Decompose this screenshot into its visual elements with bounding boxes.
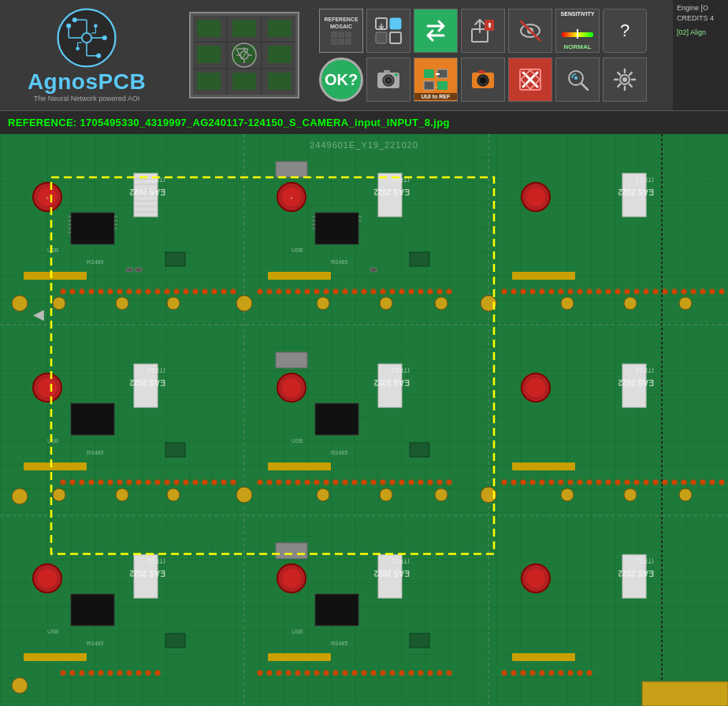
svg-text:RS485: RS485 bbox=[331, 259, 348, 265]
svg-point-284 bbox=[136, 480, 142, 485]
svg-point-336 bbox=[691, 480, 696, 485]
svg-point-200 bbox=[679, 297, 692, 310]
svg-point-297 bbox=[277, 480, 282, 485]
svg-rect-146 bbox=[315, 403, 358, 435]
svg-point-317 bbox=[511, 480, 517, 485]
svg-point-330 bbox=[634, 480, 640, 485]
svg-text:→: → bbox=[433, 84, 438, 89]
svg-rect-59 bbox=[472, 72, 494, 88]
svg-point-364 bbox=[381, 671, 386, 676]
app-name: AgnosPCB bbox=[28, 69, 146, 95]
svg-point-232 bbox=[267, 289, 273, 295]
help-button[interactable]: ? bbox=[603, 9, 647, 53]
svg-point-355 bbox=[295, 671, 301, 676]
reference-mosaic-box[interactable] bbox=[189, 12, 299, 98]
svg-point-227 bbox=[202, 289, 208, 295]
svg-point-219 bbox=[127, 289, 132, 295]
svg-point-308 bbox=[381, 480, 386, 485]
reference-mosaic-button[interactable]: REFERENCE MOSAIC bbox=[319, 9, 363, 53]
svg-rect-46 bbox=[562, 32, 593, 37]
svg-point-340 bbox=[61, 671, 66, 676]
svg-point-207 bbox=[435, 489, 448, 501]
svg-point-231 bbox=[258, 289, 263, 295]
svg-point-206 bbox=[380, 489, 392, 501]
eye-off-button[interactable] bbox=[508, 9, 552, 53]
camera2-button[interactable] bbox=[461, 58, 505, 102]
svg-point-235 bbox=[295, 289, 301, 295]
svg-point-381 bbox=[587, 671, 592, 676]
export-icon: ⬆ bbox=[469, 17, 497, 45]
svg-rect-41 bbox=[485, 20, 494, 31]
svg-point-44 bbox=[527, 28, 533, 34]
svg-rect-172 bbox=[276, 543, 307, 559]
ok-button[interactable]: OK? bbox=[319, 58, 363, 102]
svg-point-248 bbox=[418, 289, 424, 295]
settings-button[interactable] bbox=[603, 58, 647, 102]
svg-point-291 bbox=[202, 480, 208, 485]
export-button[interactable]: ⬆ bbox=[461, 9, 505, 53]
svg-point-245 bbox=[390, 289, 396, 295]
svg-point-289 bbox=[184, 480, 189, 485]
svg-point-319 bbox=[530, 480, 536, 485]
svg-point-215 bbox=[89, 289, 95, 295]
svg-point-268 bbox=[653, 289, 659, 295]
reject-button[interactable] bbox=[508, 58, 552, 102]
svg-point-276 bbox=[61, 480, 66, 485]
svg-rect-82 bbox=[71, 213, 114, 244]
svg-point-351 bbox=[258, 671, 263, 676]
svg-text:EAS 2022: EAS 2022 bbox=[373, 188, 410, 196]
svg-point-309 bbox=[390, 480, 396, 485]
svg-rect-111 bbox=[276, 162, 307, 177]
svg-point-353 bbox=[277, 671, 282, 676]
svg-point-274 bbox=[710, 289, 715, 295]
svg-point-359 bbox=[333, 671, 339, 676]
svg-text:EAS 2022: EAS 2022 bbox=[373, 378, 410, 387]
svg-point-192 bbox=[167, 297, 180, 310]
svg-text:RS485: RS485 bbox=[331, 450, 348, 455]
svg-point-144 bbox=[282, 378, 301, 397]
svg-point-338 bbox=[710, 480, 715, 485]
svg-point-199 bbox=[624, 297, 637, 310]
svg-point-216 bbox=[98, 289, 104, 295]
svg-point-252 bbox=[502, 289, 507, 295]
svg-point-288 bbox=[174, 480, 180, 485]
svg-rect-55 bbox=[437, 69, 448, 78]
svg-point-361 bbox=[352, 671, 358, 676]
svg-point-286 bbox=[155, 480, 161, 485]
svg-point-296 bbox=[267, 480, 273, 485]
svg-point-287 bbox=[165, 480, 170, 485]
svg-point-267 bbox=[644, 289, 649, 295]
svg-point-334 bbox=[672, 480, 678, 485]
svg-point-226 bbox=[193, 289, 199, 295]
svg-point-249 bbox=[428, 289, 433, 295]
swap-button[interactable] bbox=[414, 9, 458, 53]
svg-rect-169 bbox=[165, 634, 185, 648]
svg-point-209 bbox=[561, 489, 574, 501]
reject-icon bbox=[517, 66, 544, 93]
svg-point-278 bbox=[80, 480, 85, 485]
svg-point-246 bbox=[399, 289, 405, 295]
switch-view-button[interactable] bbox=[366, 9, 410, 53]
svg-line-67 bbox=[581, 84, 588, 90]
uui-to-ref-label: UUI to REF bbox=[414, 93, 457, 100]
svg-point-303 bbox=[333, 480, 339, 485]
svg-rect-57 bbox=[437, 81, 448, 90]
svg-point-258 bbox=[559, 289, 564, 295]
svg-point-316 bbox=[502, 480, 507, 485]
svg-point-356 bbox=[305, 671, 310, 676]
snapshot-button[interactable] bbox=[366, 58, 410, 102]
credits-label[interactable]: CREDITS 4 bbox=[677, 14, 724, 22]
reference-bar: REFERENCE: 1705495330_4319997_AG240117-1… bbox=[0, 110, 728, 134]
svg-point-264 bbox=[615, 289, 621, 295]
uui-to-ref-button[interactable]: → UUI to REF bbox=[414, 58, 458, 102]
engine-status-label: Engine [O bbox=[677, 4, 724, 12]
pcb-background: + EAS 2022 ITF21 USB bbox=[0, 134, 728, 706]
svg-rect-62 bbox=[478, 70, 485, 73]
svg-point-50 bbox=[385, 77, 392, 84]
sensitivity-button[interactable]: SENSITIVITY NORMAL bbox=[555, 9, 600, 53]
svg-point-193 bbox=[236, 295, 252, 311]
svg-point-196 bbox=[435, 297, 448, 310]
main-pcb-view[interactable]: 2449601E_Y19_221020 + bbox=[0, 134, 728, 706]
svg-point-224 bbox=[174, 289, 180, 295]
scan-button[interactable] bbox=[555, 58, 600, 102]
